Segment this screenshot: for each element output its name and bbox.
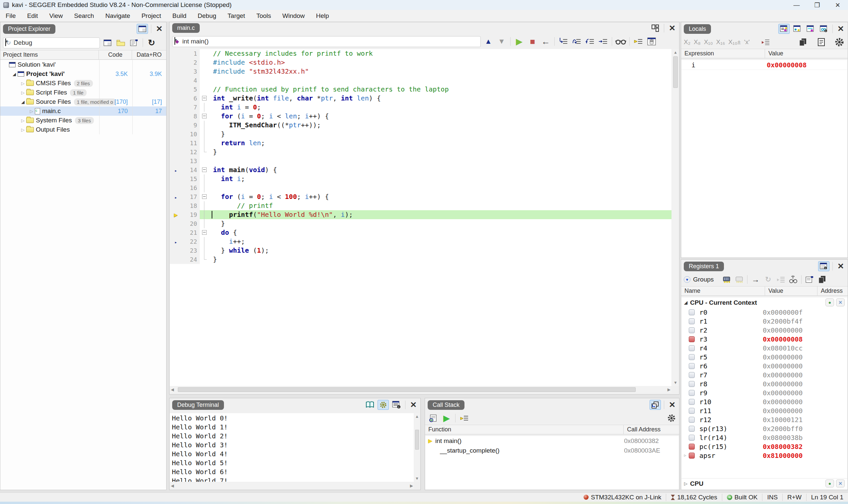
register-checkbox[interactable] [689, 390, 695, 396]
groups-label[interactable]: Groups [693, 276, 714, 283]
code-text[interactable] [210, 183, 671, 192]
back-icon[interactable]: ← [540, 36, 551, 47]
report-icon[interactable] [816, 37, 827, 47]
register-checkbox[interactable] [689, 363, 695, 369]
code-line-3[interactable]: 3#include "stm32l432xx.h" [170, 67, 671, 76]
code-text[interactable]: i++; [210, 237, 671, 246]
group-refresh-leaf-icon[interactable]: ● [826, 480, 834, 487]
expanded-arrow-icon[interactable]: ◢ [20, 100, 26, 105]
terminal-output[interactable]: Hello World 0!Hello World 1!Hello World … [170, 413, 414, 482]
line-number[interactable]: 18 [182, 201, 200, 210]
radix-button-x[interactable]: 'x' [744, 38, 750, 46]
code-editor[interactable]: 1// Necessary includes for printf to wor… [170, 49, 671, 386]
code-line-15[interactable]: 15 int i; [170, 175, 671, 183]
register-row-r0[interactable]: r00x0000000f [682, 308, 847, 317]
register-row-r7[interactable]: r70x00000000 [682, 371, 847, 379]
code-line-4[interactable]: 4 [170, 76, 671, 85]
code-text[interactable]: } [210, 219, 671, 228]
register-row-r2[interactable]: r20x00000000 [682, 326, 847, 335]
locals-tab[interactable]: Locals [684, 24, 711, 34]
line-number[interactable]: 24 [182, 255, 200, 264]
menu-window[interactable]: Window [277, 10, 311, 22]
column-data-ro[interactable]: Data+RO [132, 50, 166, 59]
code-text[interactable]: do { [210, 228, 671, 237]
register-row-r1[interactable]: r10x2000bf4f [682, 317, 847, 326]
register-checkbox[interactable] [689, 453, 695, 458]
add-watch-icon[interactable] [788, 274, 799, 285]
tree-item-script-files[interactable]: ▷Script Files1 file [0, 88, 166, 97]
code-line-19[interactable]: ▶19 printf("Hello World %d!\n", i); [170, 210, 671, 219]
line-number[interactable]: 7 [182, 103, 200, 112]
menu-file[interactable]: File [0, 10, 21, 22]
register-checkbox[interactable] [689, 417, 695, 423]
groups-chevron-icon[interactable]: ▾ [684, 276, 690, 283]
gutter-margin[interactable] [170, 67, 182, 76]
terminal-vertical-scrollbar[interactable]: ▲▼ [414, 413, 420, 482]
code-text[interactable]: int _write(int file, char *ptr, int len)… [210, 94, 671, 103]
code-line-13[interactable]: 13 [170, 157, 671, 165]
code-text[interactable] [210, 157, 671, 165]
locals-row[interactable]: i0x00000008 [682, 60, 847, 70]
register-checkbox[interactable] [689, 336, 695, 342]
new-window-icon[interactable] [102, 38, 113, 48]
register-list-icon[interactable] [775, 274, 786, 285]
tree-item-main-c[interactable]: ▷cmain.c17017 [0, 106, 166, 116]
gutter-margin[interactable] [170, 103, 182, 112]
radix-button-X[interactable]: X₈ [694, 38, 701, 46]
trace-marker-icon[interactable]: ▸ [170, 237, 182, 246]
code-line-22[interactable]: ▸22 i++; [170, 237, 671, 246]
register-checkbox[interactable] [689, 327, 695, 333]
register-checkbox[interactable] [689, 408, 695, 414]
line-number[interactable]: 2 [182, 58, 200, 67]
close-locals-icon[interactable]: ✕ [836, 24, 846, 34]
editor-horizontal-scrollbar[interactable]: ◀▶ [170, 386, 671, 393]
code-line-23[interactable]: 23 } while (1); [170, 246, 671, 255]
watch-view-icon[interactable] [805, 24, 816, 34]
code-text[interactable]: return len; [210, 139, 671, 147]
line-number[interactable]: 23 [182, 246, 200, 255]
gutter-margin[interactable] [170, 147, 182, 157]
register-row-r5[interactable]: r50x00000000 [682, 353, 847, 361]
locals-view-icon[interactable] [778, 24, 790, 34]
gutter-margin[interactable] [170, 121, 182, 130]
line-number[interactable]: 14 [182, 165, 200, 175]
editor-vertical-scrollbar[interactable]: ▲▼ [672, 49, 679, 386]
gutter-margin[interactable] [170, 219, 182, 228]
close-panel-icon[interactable]: ✕ [154, 24, 164, 34]
dock-window-icon[interactable] [137, 24, 148, 34]
tree-item-system-files[interactable]: ▷System Files3 files [0, 116, 166, 125]
code-text[interactable]: } [210, 147, 671, 157]
menu-search[interactable]: Search [68, 10, 100, 22]
menu-project[interactable]: Project [136, 10, 166, 22]
minimize-button[interactable]: — [786, 0, 807, 10]
cursor-position-status[interactable]: Ln 19 Col 1 [806, 494, 848, 501]
register-row-r12[interactable]: r120x10000121 [682, 415, 847, 424]
close-button[interactable]: ✕ [827, 0, 848, 10]
register-row-r8[interactable]: r80x00000000 [682, 379, 847, 388]
radix-button-X[interactable]: X₁₀± [728, 38, 741, 46]
line-number[interactable]: 12 [182, 147, 200, 157]
code-text[interactable]: } [210, 255, 671, 264]
group-refresh-leaf-icon[interactable]: ● [826, 299, 834, 306]
run-frame-icon[interactable]: ▶ [441, 413, 452, 423]
close-terminal-icon[interactable]: ✕ [408, 400, 418, 410]
line-number[interactable]: 20 [182, 219, 200, 228]
register-row-r10[interactable]: r100x00000000 [682, 397, 847, 406]
close-editor-icon[interactable]: ✕ [667, 23, 677, 33]
gutter-margin[interactable] [170, 94, 182, 103]
gutter-margin[interactable] [170, 130, 182, 139]
fold-column[interactable] [200, 94, 210, 103]
register-row-r4[interactable]: r40x080010cc [682, 343, 847, 353]
menu-debug[interactable]: Debug [192, 10, 222, 22]
line-number[interactable]: 5 [182, 85, 200, 94]
code-text[interactable]: printf("Hello World %d!\n", i); [210, 210, 671, 219]
gutter-margin[interactable] [170, 85, 182, 94]
collapsed-arrow-icon[interactable]: ▷ [28, 109, 35, 114]
register-checkbox[interactable] [689, 318, 695, 324]
menu-navigate[interactable]: Navigate [100, 10, 136, 22]
code-text[interactable]: // Function used by printf to send chara… [210, 85, 671, 94]
stack-frames-icon[interactable] [650, 400, 661, 410]
code-line-17[interactable]: ▸17 for (i = 0; i < 100; i++) { [170, 192, 671, 201]
code-text[interactable]: #include "stm32l432xx.h" [210, 67, 671, 76]
line-number[interactable]: 22 [182, 237, 200, 246]
